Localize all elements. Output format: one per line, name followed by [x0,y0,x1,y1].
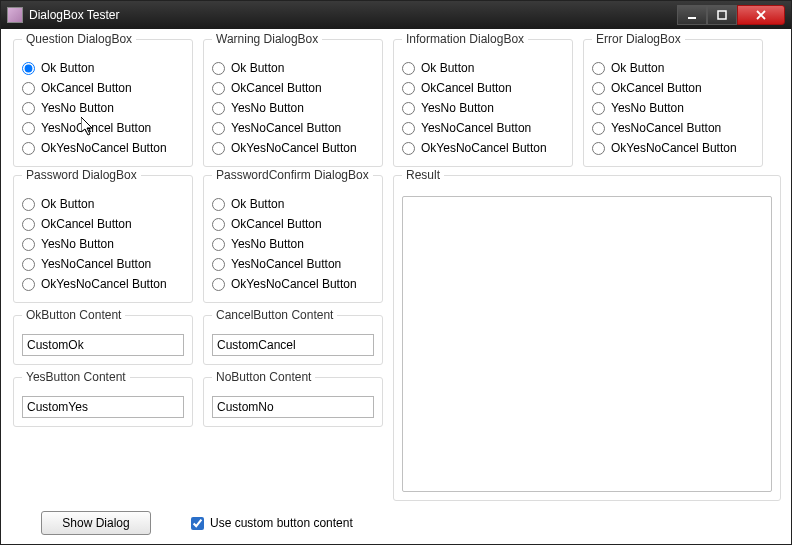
nobutton-content-input[interactable] [212,396,374,418]
group-nobutton-content: NoButton Content [203,377,383,427]
group-yesbutton-content: YesButton Content [13,377,193,427]
close-icon [756,10,766,20]
radio-error-okyesnocancel[interactable]: OkYesNoCancel Button [592,138,754,158]
radio-passwordconfirm-ok[interactable]: Ok Button [212,194,374,214]
radio-passwordconfirm-okyesnocancel[interactable]: OkYesNoCancel Button [212,274,374,294]
group-password: Password DialogBox Ok Button OkCancel Bu… [13,175,193,303]
bottom-actions: Show Dialog Use custom button content [41,511,781,535]
show-dialog-button[interactable]: Show Dialog [41,511,151,535]
group-nobutton-legend: NoButton Content [212,370,315,384]
minimize-button[interactable] [677,5,707,25]
radio-password-yesnocancel[interactable]: YesNoCancel Button [22,254,184,274]
group-password-legend: Password DialogBox [22,168,141,182]
group-cancelbutton-legend: CancelButton Content [212,308,337,322]
group-yesbutton-legend: YesButton Content [22,370,130,384]
radio-error-ok[interactable]: Ok Button [592,58,754,78]
group-result: Result [393,175,781,501]
radio-information-ok[interactable]: Ok Button [402,58,564,78]
window-controls [677,5,785,25]
group-result-legend: Result [402,168,444,182]
window-title: DialogBox Tester [29,8,677,22]
maximize-icon [717,10,727,20]
radio-error-yesno[interactable]: YesNo Button [592,98,754,118]
result-output [402,196,772,492]
group-warning-legend: Warning DialogBox [212,32,322,46]
radio-information-okyesnocancel[interactable]: OkYesNoCancel Button [402,138,564,158]
radio-question-okcancel[interactable]: OkCancel Button [22,78,184,98]
radio-passwordconfirm-yesnocancel[interactable]: YesNoCancel Button [212,254,374,274]
row-dialog-types-1: Question DialogBox Ok Button OkCancel Bu… [13,39,781,167]
radio-information-okcancel[interactable]: OkCancel Button [402,78,564,98]
group-cancelbutton-content: CancelButton Content [203,315,383,365]
col-mid: PasswordConfirm DialogBox Ok Button OkCa… [203,175,383,501]
yesbutton-content-input[interactable] [22,396,184,418]
radio-question-okyesnocancel[interactable]: OkYesNoCancel Button [22,138,184,158]
titlebar: DialogBox Tester [1,1,791,29]
maximize-button[interactable] [707,5,737,25]
radio-warning-yesnocancel[interactable]: YesNoCancel Button [212,118,374,138]
group-warning: Warning DialogBox Ok Button OkCancel But… [203,39,383,167]
group-passwordconfirm: PasswordConfirm DialogBox Ok Button OkCa… [203,175,383,303]
group-information-legend: Information DialogBox [402,32,528,46]
radio-warning-ok[interactable]: Ok Button [212,58,374,78]
radio-warning-okcancel[interactable]: OkCancel Button [212,78,374,98]
radio-warning-okyesnocancel[interactable]: OkYesNoCancel Button [212,138,374,158]
radio-warning-yesno[interactable]: YesNo Button [212,98,374,118]
radio-password-okcancel[interactable]: OkCancel Button [22,214,184,234]
group-error: Error DialogBox Ok Button OkCancel Butto… [583,39,763,167]
radio-error-okcancel[interactable]: OkCancel Button [592,78,754,98]
row-dialog-types-2: Password DialogBox Ok Button OkCancel Bu… [13,175,781,501]
group-error-legend: Error DialogBox [592,32,685,46]
radio-password-yesno[interactable]: YesNo Button [22,234,184,254]
group-question-legend: Question DialogBox [22,32,136,46]
radio-password-ok[interactable]: Ok Button [22,194,184,214]
close-button[interactable] [737,5,785,25]
cancelbutton-content-input[interactable] [212,334,374,356]
svg-rect-1 [718,11,726,19]
group-okbutton-legend: OkButton Content [22,308,125,322]
group-information: Information DialogBox Ok Button OkCancel… [393,39,573,167]
radio-question-yesnocancel[interactable]: YesNoCancel Button [22,118,184,138]
radio-information-yesnocancel[interactable]: YesNoCancel Button [402,118,564,138]
use-custom-checkbox[interactable]: Use custom button content [191,516,353,530]
radio-passwordconfirm-okcancel[interactable]: OkCancel Button [212,214,374,234]
app-icon [7,7,23,23]
group-question: Question DialogBox Ok Button OkCancel Bu… [13,39,193,167]
col-left: Password DialogBox Ok Button OkCancel Bu… [13,175,193,501]
use-custom-checkbox-input[interactable] [191,517,204,530]
radio-password-okyesnocancel[interactable]: OkYesNoCancel Button [22,274,184,294]
minimize-icon [687,10,697,20]
use-custom-checkbox-label: Use custom button content [210,516,353,530]
radio-question-yesno[interactable]: YesNo Button [22,98,184,118]
radio-question-ok[interactable]: Ok Button [22,58,184,78]
group-passwordconfirm-legend: PasswordConfirm DialogBox [212,168,373,182]
radio-error-yesnocancel[interactable]: YesNoCancel Button [592,118,754,138]
group-okbutton-content: OkButton Content [13,315,193,365]
client-area: Question DialogBox Ok Button OkCancel Bu… [1,29,791,544]
radio-information-yesno[interactable]: YesNo Button [402,98,564,118]
radio-passwordconfirm-yesno[interactable]: YesNo Button [212,234,374,254]
app-window: DialogBox Tester Question DialogBox Ok B… [0,0,792,545]
okbutton-content-input[interactable] [22,334,184,356]
